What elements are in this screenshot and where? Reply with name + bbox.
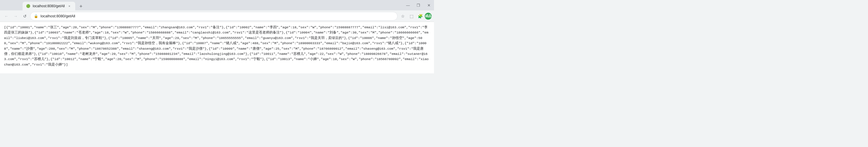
json-content: [{"id":"10001","name":"张三","age":20,"sex…	[4, 26, 429, 66]
back-button[interactable]: ←	[2, 12, 10, 20]
tab-close-button[interactable]: ×	[67, 4, 72, 8]
active-tab[interactable]: 🟢 localhost:8080/getAll ×	[23, 2, 75, 10]
bookmark-button[interactable]: ☆	[399, 12, 407, 20]
minimize-button[interactable]: —	[405, 2, 411, 8]
new-tab-button[interactable]: +	[77, 2, 85, 10]
window-controls: — ❐ ✕	[405, 2, 432, 8]
extensions-button[interactable]: 🧩	[416, 12, 424, 20]
address-actions: ☆ ⬚ 🧩 成品	[399, 12, 432, 20]
profile-button[interactable]: 成品	[425, 13, 432, 20]
title-bar: 🟢 localhost:8080/getAll × + — ❐ ✕	[0, 0, 434, 10]
refresh-button[interactable]: ↺	[21, 12, 29, 20]
forward-button[interactable]: →	[11, 12, 20, 20]
maximize-button[interactable]: ❐	[415, 2, 421, 8]
url-text: localhost:8080/getAll	[40, 14, 394, 18]
tab-title: localhost:8080/getAll	[33, 4, 65, 8]
address-bar: ← → ↺ 🔒 localhost:8080/getAll ☆ ⬚ 🧩 成品	[0, 10, 434, 22]
url-input[interactable]: 🔒 localhost:8080/getAll	[30, 12, 398, 21]
content-area: [{"id":"10001","name":"张三","age":20,"sex…	[0, 22, 434, 73]
close-button[interactable]: ✕	[426, 2, 432, 8]
tab-favicon: 🟢	[26, 4, 30, 8]
tab-area: 🟢 localhost:8080/getAll × +	[23, 0, 85, 10]
extension-button[interactable]: ⬚	[407, 12, 415, 20]
lock-icon: 🔒	[34, 14, 38, 18]
